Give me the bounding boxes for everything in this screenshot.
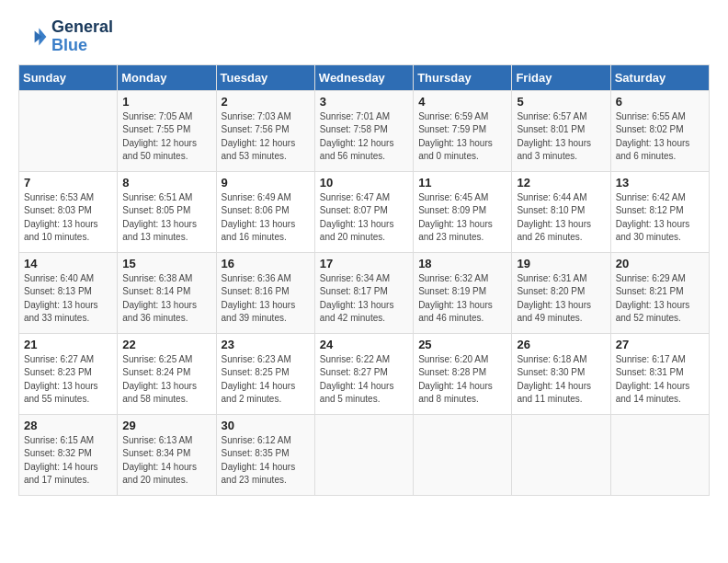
day-info: Sunrise: 6:18 AMSunset: 8:30 PMDaylight:… (517, 353, 605, 407)
calendar-cell: 1Sunrise: 7:05 AMSunset: 7:55 PMDaylight… (118, 90, 216, 171)
day-info: Sunrise: 6:36 AMSunset: 8:16 PMDaylight:… (222, 272, 310, 326)
calendar-cell: 27Sunrise: 6:17 AMSunset: 8:31 PMDayligh… (610, 333, 709, 414)
calendar-cell: 4Sunrise: 6:59 AMSunset: 7:59 PMDaylight… (414, 90, 512, 171)
logo-icon (18, 22, 48, 52)
day-info: Sunrise: 6:38 AMSunset: 8:14 PMDaylight:… (122, 272, 210, 326)
calendar-cell: 5Sunrise: 6:57 AMSunset: 8:01 PMDaylight… (512, 90, 610, 171)
day-number: 2 (222, 95, 310, 109)
weekday-header-thursday: Thursday (414, 64, 512, 90)
day-number: 5 (517, 95, 605, 109)
day-info: Sunrise: 6:12 AMSunset: 8:35 PMDaylight:… (222, 434, 310, 488)
day-info: Sunrise: 6:49 AMSunset: 8:06 PMDaylight:… (222, 191, 310, 245)
page-header: General Blue (18, 18, 710, 55)
day-info: Sunrise: 6:25 AMSunset: 8:24 PMDaylight:… (122, 353, 210, 407)
day-info: Sunrise: 6:27 AMSunset: 8:23 PMDaylight:… (24, 353, 112, 407)
logo-text-blue: Blue (51, 37, 113, 55)
day-info: Sunrise: 6:47 AMSunset: 8:07 PMDaylight:… (320, 191, 408, 245)
day-number: 25 (418, 338, 506, 351)
calendar-table: SundayMondayTuesdayWednesdayThursdayFrid… (18, 64, 710, 496)
day-info: Sunrise: 6:53 AMSunset: 8:03 PMDaylight:… (24, 191, 112, 245)
day-number: 18 (418, 257, 506, 270)
day-number: 23 (222, 338, 310, 351)
calendar-cell: 20Sunrise: 6:29 AMSunset: 8:21 PMDayligh… (610, 252, 709, 333)
day-number: 21 (24, 338, 112, 351)
calendar-cell: 24Sunrise: 6:22 AMSunset: 8:27 PMDayligh… (314, 333, 413, 414)
day-info: Sunrise: 6:17 AMSunset: 8:31 PMDaylight:… (616, 353, 704, 407)
calendar-week-4: 21Sunrise: 6:27 AMSunset: 8:23 PMDayligh… (19, 333, 710, 414)
day-info: Sunrise: 6:22 AMSunset: 8:27 PMDaylight:… (320, 353, 408, 407)
day-info: Sunrise: 6:13 AMSunset: 8:34 PMDaylight:… (122, 434, 210, 488)
day-number: 20 (616, 257, 704, 270)
weekday-header-monday: Monday (118, 64, 216, 90)
day-number: 14 (24, 257, 112, 270)
day-number: 6 (616, 95, 704, 109)
calendar-cell (314, 414, 413, 495)
day-number: 28 (24, 419, 112, 432)
calendar-week-3: 14Sunrise: 6:40 AMSunset: 8:13 PMDayligh… (19, 252, 710, 333)
day-info: Sunrise: 6:40 AMSunset: 8:13 PMDaylight:… (24, 272, 112, 326)
calendar-cell: 16Sunrise: 6:36 AMSunset: 8:16 PMDayligh… (216, 252, 314, 333)
day-number: 13 (616, 176, 704, 190)
logo: General Blue (18, 18, 113, 55)
calendar-cell: 21Sunrise: 6:27 AMSunset: 8:23 PMDayligh… (19, 333, 118, 414)
calendar-cell: 13Sunrise: 6:42 AMSunset: 8:12 PMDayligh… (610, 171, 709, 252)
day-info: Sunrise: 6:34 AMSunset: 8:17 PMDaylight:… (320, 272, 408, 326)
calendar-cell: 29Sunrise: 6:13 AMSunset: 8:34 PMDayligh… (118, 414, 216, 495)
day-number: 3 (320, 95, 408, 109)
weekday-header-tuesday: Tuesday (216, 64, 314, 90)
day-number: 27 (616, 338, 704, 351)
day-number: 22 (122, 338, 210, 351)
day-info: Sunrise: 6:57 AMSunset: 8:01 PMDaylight:… (517, 110, 605, 164)
calendar-cell (19, 90, 118, 171)
calendar-week-1: 1Sunrise: 7:05 AMSunset: 7:55 PMDaylight… (19, 90, 710, 171)
calendar-cell: 12Sunrise: 6:44 AMSunset: 8:10 PMDayligh… (512, 171, 610, 252)
calendar-cell (610, 414, 709, 495)
day-info: Sunrise: 6:59 AMSunset: 7:59 PMDaylight:… (418, 110, 506, 164)
day-info: Sunrise: 7:03 AMSunset: 7:56 PMDaylight:… (222, 110, 310, 164)
calendar-cell: 11Sunrise: 6:45 AMSunset: 8:09 PMDayligh… (414, 171, 512, 252)
day-number: 24 (320, 338, 408, 351)
day-number: 26 (517, 338, 605, 351)
day-number: 9 (222, 176, 310, 190)
calendar-cell: 2Sunrise: 7:03 AMSunset: 7:56 PMDaylight… (216, 90, 314, 171)
calendar-cell: 26Sunrise: 6:18 AMSunset: 8:30 PMDayligh… (512, 333, 610, 414)
calendar-cell: 8Sunrise: 6:51 AMSunset: 8:05 PMDaylight… (118, 171, 216, 252)
day-number: 30 (222, 419, 310, 432)
day-number: 11 (418, 176, 506, 190)
calendar-cell: 23Sunrise: 6:23 AMSunset: 8:25 PMDayligh… (216, 333, 314, 414)
calendar-cell: 6Sunrise: 6:55 AMSunset: 8:02 PMDaylight… (610, 90, 709, 171)
day-info: Sunrise: 6:29 AMSunset: 8:21 PMDaylight:… (616, 272, 704, 326)
weekday-header-row: SundayMondayTuesdayWednesdayThursdayFrid… (19, 64, 710, 90)
calendar-header: SundayMondayTuesdayWednesdayThursdayFrid… (19, 64, 710, 90)
day-info: Sunrise: 7:05 AMSunset: 7:55 PMDaylight:… (122, 110, 210, 164)
day-number: 29 (122, 419, 210, 432)
day-info: Sunrise: 6:15 AMSunset: 8:32 PMDaylight:… (24, 434, 112, 488)
day-number: 19 (517, 257, 605, 270)
calendar-cell: 19Sunrise: 6:31 AMSunset: 8:20 PMDayligh… (512, 252, 610, 333)
weekday-header-wednesday: Wednesday (314, 64, 413, 90)
day-number: 12 (517, 176, 605, 190)
day-number: 17 (320, 257, 408, 270)
calendar-body: 1Sunrise: 7:05 AMSunset: 7:55 PMDaylight… (19, 90, 710, 495)
logo-text-general: General (51, 18, 113, 37)
calendar-week-2: 7Sunrise: 6:53 AMSunset: 8:03 PMDaylight… (19, 171, 710, 252)
day-info: Sunrise: 6:44 AMSunset: 8:10 PMDaylight:… (517, 191, 605, 245)
calendar-cell: 15Sunrise: 6:38 AMSunset: 8:14 PMDayligh… (118, 252, 216, 333)
day-number: 15 (122, 257, 210, 270)
day-info: Sunrise: 6:32 AMSunset: 8:19 PMDaylight:… (418, 272, 506, 326)
calendar-cell: 25Sunrise: 6:20 AMSunset: 8:28 PMDayligh… (414, 333, 512, 414)
calendar-cell: 14Sunrise: 6:40 AMSunset: 8:13 PMDayligh… (19, 252, 118, 333)
day-number: 7 (24, 176, 112, 190)
weekday-header-saturday: Saturday (610, 64, 709, 90)
day-info: Sunrise: 6:23 AMSunset: 8:25 PMDaylight:… (222, 353, 310, 407)
calendar-cell (414, 414, 512, 495)
day-info: Sunrise: 6:51 AMSunset: 8:05 PMDaylight:… (122, 191, 210, 245)
calendar-cell (512, 414, 610, 495)
day-number: 4 (418, 95, 506, 109)
calendar-cell: 28Sunrise: 6:15 AMSunset: 8:32 PMDayligh… (19, 414, 118, 495)
day-info: Sunrise: 7:01 AMSunset: 7:58 PMDaylight:… (320, 110, 408, 164)
weekday-header-sunday: Sunday (19, 64, 118, 90)
weekday-header-friday: Friday (512, 64, 610, 90)
day-number: 16 (222, 257, 310, 270)
calendar-cell: 3Sunrise: 7:01 AMSunset: 7:58 PMDaylight… (314, 90, 413, 171)
